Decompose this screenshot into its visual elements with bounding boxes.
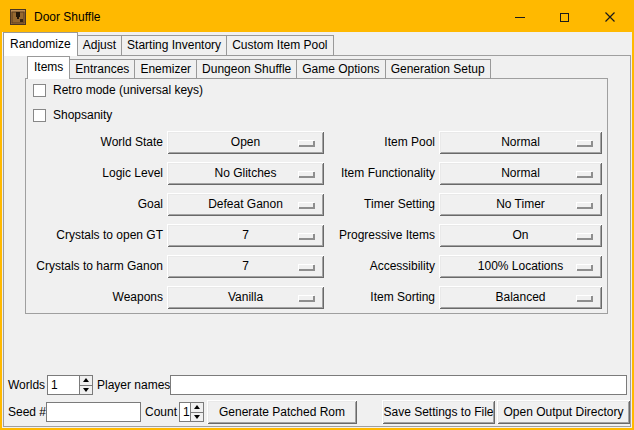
goal-dropdown[interactable]: Defeat Ganon [167,193,324,216]
seed-label: Seed # [8,402,46,422]
dropdown-indicator-icon [576,233,592,239]
maximize-button[interactable] [542,2,587,32]
count-label: Count [145,402,177,422]
option-row: World State Open Item Pool Normal [2,131,632,154]
weapons-dropdown[interactable]: Vanilla [167,286,324,309]
dropdown-indicator-icon [298,202,314,208]
checkbox-icon [33,84,46,97]
dropdown-indicator-icon [576,264,592,270]
tab-dungeon-shuffle[interactable]: Dungeon Shuffle [197,59,297,79]
tab-adjust[interactable]: Adjust [78,35,122,56]
retro-mode-checkbox[interactable]: Retro mode (universal keys) [33,83,203,97]
item-sorting-dropdown[interactable]: Balanced [439,286,602,309]
worlds-spin-buttons [79,375,93,395]
maximize-icon [560,13,569,22]
tab-game-options[interactable]: Game Options [297,59,385,79]
accessibility-dropdown[interactable]: 100% Locations [439,255,602,278]
item-pool-label: Item Pool [322,131,435,154]
dropdown-indicator-icon [576,171,592,177]
open-output-directory-button[interactable]: Open Output Directory [497,400,630,424]
option-row: Goal Defeat Ganon Timer Setting No Timer [2,193,632,216]
minimize-icon [515,17,525,18]
retro-mode-label: Retro mode (universal keys) [53,83,203,97]
player-names-input[interactable] [170,375,627,395]
checkbox-icon [33,109,46,122]
dropdown-indicator-icon [576,295,592,301]
option-row: Logic Level No Glitches Item Functionali… [2,162,632,185]
worlds-spinner [47,375,93,395]
dropdown-indicator-icon [576,140,592,146]
minimize-button[interactable] [497,2,542,32]
shopsanity-checkbox[interactable]: Shopsanity [33,108,112,122]
tab-starting-inventory[interactable]: Starting Inventory [122,35,227,56]
titlebar: Door Shuffle [2,2,632,32]
crystals-gt-label: Crystals to open GT [30,224,163,247]
generate-patched-rom-button[interactable]: Generate Patched Rom [207,400,357,424]
logic-level-dropdown[interactable]: No Glitches [167,162,324,185]
window-controls [497,2,632,32]
item-functionality-label: Item Functionality [322,162,435,185]
weapons-label: Weapons [30,286,163,309]
option-row: Crystals to open GT 7 Progressive Items … [2,224,632,247]
count-spin-buttons [190,402,204,422]
crystals-gt-dropdown[interactable]: 7 [167,224,324,247]
timer-setting-label: Timer Setting [322,193,435,216]
item-sorting-label: Item Sorting [322,286,435,309]
progressive-items-label: Progressive Items [322,224,435,247]
timer-setting-dropdown[interactable]: No Timer [439,193,602,216]
main-tab-bar: Randomize Adjust Starting Inventory Cust… [3,32,334,56]
dropdown-indicator-icon [298,233,314,239]
progressive-items-dropdown[interactable]: On [439,224,602,247]
player-names-label: Player names [97,375,170,395]
tab-items[interactable]: Items [27,56,70,79]
accessibility-label: Accessibility [322,255,435,278]
window-title: Door Shuffle [34,10,101,24]
dropdown-indicator-icon [298,140,314,146]
item-pool-dropdown[interactable]: Normal [439,131,602,154]
option-row: Crystals to harm Ganon 7 Accessibility 1… [2,255,632,278]
crystals-ganon-dropdown[interactable]: 7 [167,255,324,278]
close-button[interactable] [587,2,632,32]
dropdown-indicator-icon [576,202,592,208]
count-spinner [179,402,204,422]
option-row: Weapons Vanilla Item Sorting Balanced [2,286,632,309]
randomize-sub-tab-bar: Items Entrances Enemizer Dungeon Shuffle… [27,56,491,79]
save-settings-button[interactable]: Save Settings to File [382,400,495,424]
shopsanity-label: Shopsanity [53,108,112,122]
dropdown-indicator-icon [298,264,314,270]
logic-level-label: Logic Level [30,162,163,185]
world-state-dropdown[interactable]: Open [167,131,324,154]
dropdown-indicator-icon [298,171,314,177]
app-window: Door Shuffle Randomize Adjust Starting I… [0,0,634,430]
world-state-label: World State [30,131,163,154]
goal-label: Goal [30,193,163,216]
crystals-ganon-label: Crystals to harm Ganon [30,255,163,278]
seed-input[interactable] [46,402,141,422]
up-arrow-icon[interactable] [190,402,204,413]
tab-randomize[interactable]: Randomize [3,32,78,56]
item-functionality-dropdown[interactable]: Normal [439,162,602,185]
up-arrow-icon[interactable] [79,375,93,386]
tab-custom-item-pool[interactable]: Custom Item Pool [227,35,333,56]
worlds-label: Worlds [8,375,45,395]
worlds-input[interactable] [47,375,79,395]
dropdown-indicator-icon [298,295,314,301]
down-arrow-icon[interactable] [190,413,204,423]
close-icon [605,12,615,22]
count-input[interactable] [179,402,190,422]
tab-entrances[interactable]: Entrances [70,59,135,79]
down-arrow-icon[interactable] [79,386,93,396]
app-icon [10,9,26,25]
tab-enemizer[interactable]: Enemizer [135,59,197,79]
window-content: Randomize Adjust Starting Inventory Cust… [2,32,632,428]
tab-generation-setup[interactable]: Generation Setup [386,59,491,79]
